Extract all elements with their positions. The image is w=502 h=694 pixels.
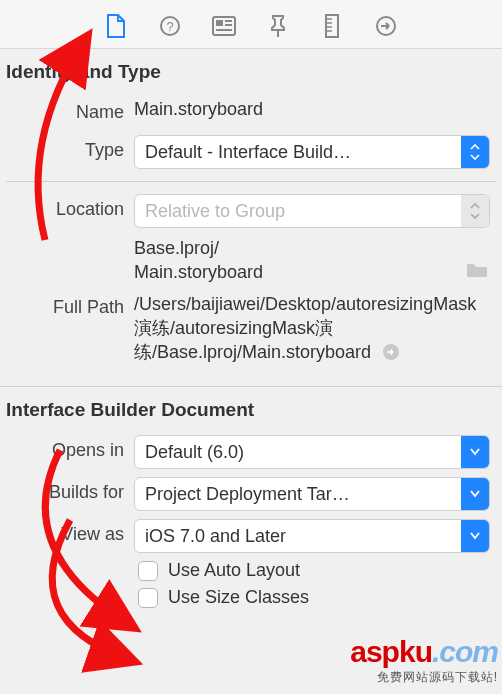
inspector-tab-bar: ?: [0, 0, 502, 49]
identity-icon: [212, 16, 236, 36]
ruler-icon: [324, 14, 340, 38]
chevron-updown-icon: [461, 136, 489, 168]
fullpath-value: /Users/baijiawei/Desktop/autoresizingMas…: [134, 292, 496, 364]
connections-icon: [375, 15, 397, 37]
type-label: Type: [6, 135, 134, 165]
chevron-down-icon: [461, 478, 489, 510]
opensin-value: Default (6.0): [135, 442, 461, 463]
use-autolayout-checkbox[interactable]: [138, 561, 158, 581]
reveal-in-finder-button[interactable]: [382, 342, 400, 362]
choose-folder-button[interactable]: [466, 261, 488, 284]
viewas-label: View as: [6, 519, 134, 549]
use-autolayout-label: Use Auto Layout: [168, 560, 300, 581]
opensin-row: Opens in Default (6.0): [0, 431, 502, 473]
attributes-inspector-tab[interactable]: [266, 14, 290, 38]
use-sizeclasses-checkbox[interactable]: [138, 588, 158, 608]
watermark: aspku.com 免费网站源码下载站!: [350, 635, 498, 686]
buildsfor-row: Builds for Project Deployment Tar…: [0, 473, 502, 515]
location-label: Location: [6, 194, 134, 224]
location-row: Location Relative to Group: [0, 190, 502, 232]
opensin-popup[interactable]: Default (6.0): [134, 435, 490, 469]
quick-help-tab[interactable]: ?: [158, 14, 182, 38]
type-row: Type Default - Interface Build…: [0, 131, 502, 173]
separator: [6, 181, 496, 182]
pin-icon: [267, 14, 289, 38]
chevron-down-icon: [461, 436, 489, 468]
autolayout-row: Use Auto Layout: [0, 557, 502, 584]
watermark-sub: 免费网站源码下载站!: [350, 669, 498, 686]
name-row: Name Main.storyboard: [0, 93, 502, 131]
viewas-popup[interactable]: iOS 7.0 and Later: [134, 519, 490, 553]
svg-rect-3: [216, 20, 223, 26]
svg-text:?: ?: [166, 19, 173, 34]
file-inspector-tab[interactable]: [104, 14, 128, 38]
location-path-row: Base.lproj/ Main.storyboard: [0, 232, 502, 288]
fullpath-label: Full Path: [6, 292, 134, 322]
type-popup[interactable]: Default - Interface Build…: [134, 135, 490, 169]
name-label: Name: [6, 97, 134, 127]
chevron-updown-icon: [461, 195, 489, 227]
viewas-row: View as iOS 7.0 and Later: [0, 515, 502, 557]
buildsfor-popup[interactable]: Project Deployment Tar…: [134, 477, 490, 511]
viewas-value: iOS 7.0 and Later: [135, 526, 461, 547]
use-sizeclasses-label: Use Size Classes: [168, 587, 309, 608]
file-icon: [106, 14, 126, 38]
location-popup-value: Relative to Group: [135, 201, 461, 222]
location-path: Base.lproj/ Main.storyboard: [134, 236, 466, 284]
sizeclasses-row: Use Size Classes: [0, 584, 502, 611]
location-popup[interactable]: Relative to Group: [134, 194, 490, 228]
fullpath-row: Full Path /Users/baijiawei/Desktop/autor…: [0, 288, 502, 368]
buildsfor-label: Builds for: [6, 477, 134, 507]
chevron-down-icon: [461, 520, 489, 552]
fullpath-text: /Users/baijiawei/Desktop/autoresizingMas…: [134, 294, 476, 362]
folder-icon: [466, 261, 488, 279]
identity-section-title: Identity and Type: [0, 49, 502, 93]
ibdoc-section-title: Interface Builder Document: [0, 387, 502, 431]
arrow-right-circle-icon: [382, 343, 400, 361]
connections-inspector-tab[interactable]: [374, 14, 398, 38]
opensin-label: Opens in: [6, 435, 134, 465]
help-icon: ?: [159, 15, 181, 37]
watermark-brand: aspku: [350, 635, 432, 668]
identity-inspector-tab[interactable]: [212, 14, 236, 38]
buildsfor-value: Project Deployment Tar…: [135, 484, 461, 505]
name-value[interactable]: Main.storyboard: [134, 97, 496, 121]
watermark-tld: .com: [432, 635, 498, 668]
size-inspector-tab[interactable]: [320, 14, 344, 38]
type-popup-value: Default - Interface Build…: [135, 142, 461, 163]
